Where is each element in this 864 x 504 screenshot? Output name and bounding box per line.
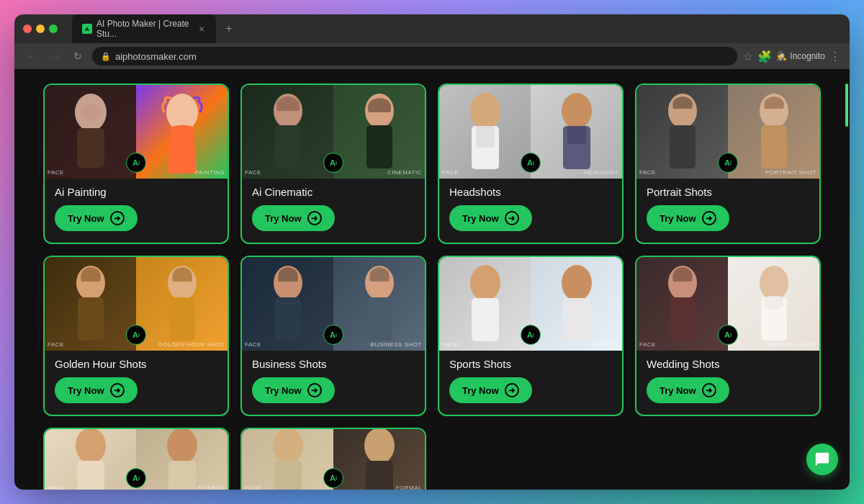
label-wedding-shot: WEDDING SHOT: [767, 341, 816, 348]
card-headshots: FACE HEADSHOT AI Headshots: [438, 84, 624, 244]
svg-rect-1: [77, 128, 104, 168]
label-cinematic: CINEMATIC: [387, 169, 422, 176]
card-formal: FACE FORMAL AI: [240, 428, 426, 490]
img-right-golden: GOLDEN HOUR SHOT: [136, 257, 228, 351]
card-image-wedding: FACE WEDDING SHOT AI: [636, 257, 819, 351]
arrow-icon: ➜: [702, 211, 716, 225]
card-title-sports: Sports Shots: [439, 351, 622, 377]
svg-point-28: [562, 265, 592, 301]
img-left-sports: FACE: [439, 257, 531, 351]
card-title-ai-painting: Ai Painting: [45, 179, 228, 205]
minimize-window-button[interactable]: [36, 24, 45, 33]
cards-grid: FACE PAINTING AI: [43, 84, 821, 490]
address-bar[interactable]: 🔒 aiphotosmaker.com: [92, 47, 737, 66]
card-business-shots: FACE BUSINESS SHOT AI Busi: [240, 256, 426, 416]
card-image-sports: FACE SPORTS AI: [439, 257, 622, 351]
arrow-icon: ➜: [307, 211, 322, 225]
svg-rect-23: [275, 297, 301, 341]
img-right-fitness: FITNESS: [136, 429, 228, 490]
try-now-button-headshots[interactable]: Try Now ➜: [449, 205, 532, 231]
bookmark-icon[interactable]: ☆: [743, 50, 753, 63]
active-tab[interactable]: A AI Photo Maker | Create Stu... ✕: [72, 14, 216, 43]
label-face-wedding: FACE: [639, 341, 656, 348]
close-window-button[interactable]: [23, 24, 32, 33]
arrow-icon: ➜: [505, 383, 519, 397]
try-now-button-golden[interactable]: Try Now ➜: [55, 377, 138, 403]
img-right-business: BUSINESS SHOT: [333, 257, 425, 351]
ai-logo-portrait: AI: [718, 153, 738, 173]
card-image-portrait: FACE PORTRAIT SHOT AI: [636, 85, 819, 179]
label-face-golden: FACE: [48, 341, 64, 348]
forward-button[interactable]: →: [46, 48, 63, 65]
extensions-icon[interactable]: 🧩: [757, 50, 772, 63]
card-sports-shots: FACE SPORTS AI Sports Shots: [438, 256, 624, 416]
chat-button[interactable]: [806, 444, 838, 475]
svg-rect-27: [472, 298, 499, 341]
card-title-headshots: Headshots: [439, 179, 622, 205]
tab-favicon: A: [82, 24, 92, 34]
scrollbar[interactable]: [845, 84, 848, 127]
card-fitness: FACE FITNESS AI: [43, 428, 229, 490]
svg-point-8: [470, 93, 500, 129]
label-golden-hour: GOLDEN HOUR SHOT: [158, 341, 225, 348]
svg-point-34: [76, 429, 106, 464]
ai-logo-golden: AI: [126, 325, 146, 345]
label-face-cinematic: FACE: [245, 169, 261, 176]
card-ai-painting: FACE PAINTING AI: [43, 84, 229, 244]
label-face-sports: FACE: [442, 341, 459, 348]
svg-rect-21: [169, 297, 195, 341]
ai-logo-business: AI: [323, 325, 343, 345]
img-left-formal: FACE: [242, 429, 333, 490]
card-title-portrait: Portrait Shots: [636, 179, 819, 205]
label-face-portrait: FACE: [639, 169, 656, 176]
svg-point-2: [81, 104, 101, 121]
label-sports: SPORTS: [593, 341, 619, 348]
svg-point-11: [562, 93, 592, 129]
card-wedding-shots: FACE WEDDING SHOT AI Weddi: [635, 256, 821, 416]
ai-logo-headshots: AI: [521, 153, 541, 173]
refresh-button[interactable]: ↻: [69, 48, 86, 65]
svg-rect-13: [567, 126, 586, 144]
svg-rect-19: [78, 297, 104, 341]
try-now-button-business[interactable]: Try Now ➜: [252, 377, 335, 403]
img-right-headshots: HEADSHOT: [531, 85, 622, 179]
label-face-headshots: FACE: [442, 169, 459, 176]
svg-rect-5: [275, 125, 301, 168]
ai-logo-wedding: AI: [718, 325, 738, 345]
try-now-button-ai-painting[interactable]: Try Now ➜: [55, 205, 138, 231]
try-now-button-wedding[interactable]: Try Now ➜: [647, 377, 729, 403]
img-right-wedding: WEDDING SHOT: [728, 257, 819, 351]
try-now-button-sports[interactable]: Try Now ➜: [449, 377, 532, 403]
svg-rect-15: [670, 125, 696, 168]
menu-button[interactable]: ⋮: [829, 50, 841, 63]
label-formal: FORMAL: [396, 485, 422, 490]
label-face-formal: FACE: [245, 485, 261, 490]
ai-logo-painting: AI: [126, 153, 146, 173]
url-text: aiphotosmaker.com: [115, 51, 197, 62]
try-now-button-portrait[interactable]: Try Now ➜: [647, 205, 729, 231]
maximize-window-button[interactable]: [49, 24, 58, 33]
browser-content[interactable]: FACE PAINTING AI: [14, 69, 850, 490]
svg-point-40: [364, 429, 395, 464]
img-left-cinematic: FACE: [242, 85, 333, 179]
card-image-business: FACE BUSINESS SHOT AI: [242, 257, 425, 351]
img-left-ai-painting: FACE: [45, 85, 136, 179]
incognito-icon: 🕵: [776, 51, 787, 61]
svg-rect-41: [366, 461, 393, 490]
tab-close-button[interactable]: ✕: [198, 24, 206, 34]
browser-window: A AI Photo Maker | Create Stu... ✕ + ← →…: [14, 14, 850, 490]
try-now-button-ai-cinematic[interactable]: Try Now ➜: [252, 205, 335, 231]
toolbar-right: ☆ 🧩 🕵 Incognito ⋮: [743, 50, 841, 63]
arrow-icon: ➜: [505, 211, 519, 225]
label-fitness: FITNESS: [198, 485, 225, 490]
svg-point-38: [273, 429, 303, 464]
svg-rect-29: [563, 298, 590, 341]
card-title-business: Business Shots: [242, 351, 425, 377]
card-image-ai-cinematic: FACE CINEMATIC AI: [242, 85, 425, 179]
ssl-lock-icon: 🔒: [101, 52, 111, 61]
card-image-ai-painting: FACE PAINTING AI: [45, 85, 228, 179]
tab-bar: A AI Photo Maker | Create Stu... ✕ +: [72, 14, 841, 43]
label-painting: PAINTING: [195, 169, 225, 176]
new-tab-button[interactable]: +: [220, 20, 238, 37]
back-button[interactable]: ←: [23, 48, 40, 65]
